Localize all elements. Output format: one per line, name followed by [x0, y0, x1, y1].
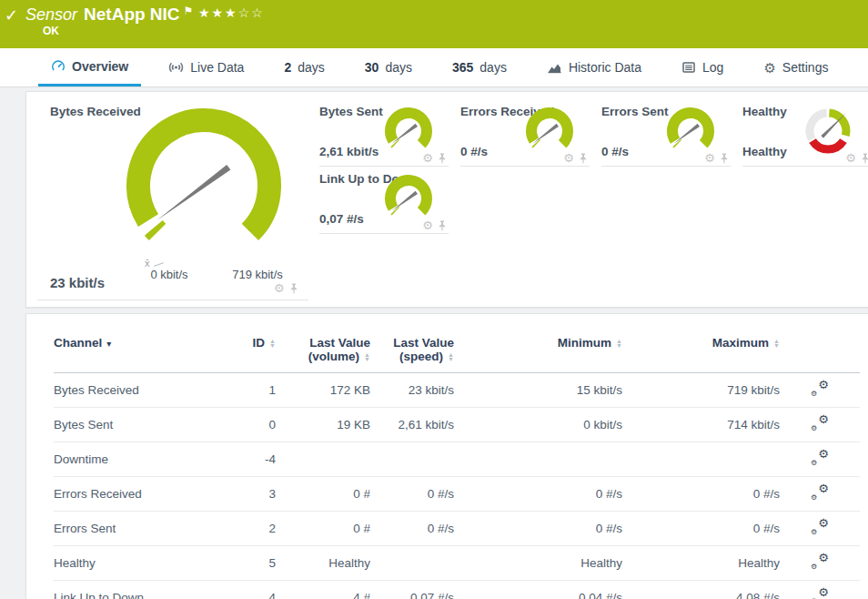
gauge-settings-icon[interactable]: ⚙	[274, 282, 285, 294]
minimum-value: 0 #/s	[454, 512, 622, 546]
pin-icon[interactable]	[861, 153, 868, 164]
column-header-minimum[interactable]: Minimum▲▼	[454, 334, 622, 373]
gauge-settings-icon[interactable]: ⚙	[704, 152, 715, 164]
column-header-id[interactable]: ID▲▼	[223, 334, 276, 373]
gauge-scale-min: 0 kbit/s	[137, 268, 201, 281]
healthy-gauge	[801, 106, 859, 157]
tab-label: Overview	[72, 59, 128, 74]
maximum-value: 4,08 #/s	[622, 581, 780, 599]
gauge-settings-icon[interactable]: ⚙	[845, 152, 856, 164]
pin-icon[interactable]	[438, 153, 447, 164]
channel-name: Bytes Received	[54, 373, 223, 408]
gauge-value: 0 #/s	[601, 145, 629, 158]
channel-settings-icon[interactable]: ⚙⚙	[811, 381, 829, 396]
sort-icon[interactable]: ▲▼	[448, 352, 454, 361]
gauge-actions: ⚙	[563, 152, 588, 164]
log-icon	[681, 60, 696, 75]
divider	[742, 166, 868, 167]
maximum-value: 719 kbit/s	[622, 373, 780, 408]
gauge-settings-icon[interactable]: ⚙	[422, 219, 433, 231]
tab-live-data[interactable]: Live Data	[156, 48, 257, 86]
settings-gear-icon: ⚙	[763, 61, 775, 75]
last-value-volume	[276, 442, 370, 477]
minimum-value: 0 kbit/s	[454, 408, 622, 442]
gauge-icon	[51, 59, 66, 74]
column-label: Minimum	[558, 336, 611, 350]
last-value-volume: 0 #	[276, 477, 370, 512]
tab-overview[interactable]: Overview	[38, 48, 141, 86]
sort-icon[interactable]: ▲▼	[269, 339, 276, 348]
divider	[37, 300, 308, 300]
channel-settings-icon[interactable]: ⚙⚙	[811, 416, 829, 431]
sort-icon[interactable]: ▲▼	[773, 339, 780, 348]
status-check-icon: ✓	[5, 5, 18, 25]
column-header-maximum[interactable]: Maximum▲▼	[622, 334, 780, 373]
pin-icon[interactable]	[720, 153, 729, 164]
table-row[interactable]: Bytes Sent 0 19 KB 2,61 kbit/s 0 kbit/s …	[54, 408, 860, 442]
table-row[interactable]: Downtime -4 ⚙⚙	[54, 442, 860, 477]
last-value-volume: 172 KB	[276, 373, 370, 408]
table-row[interactable]: Healthy 5 Healthy Healthy Healthy ⚙⚙	[54, 546, 860, 581]
sort-icon[interactable]: ▲▼	[616, 339, 622, 348]
tab-number: 2	[284, 60, 291, 75]
gauge-cell-errors-sent[interactable]: Errors Sent 0 #/s ⚙	[601, 103, 731, 167]
sensor-type-label: Sensor	[25, 5, 77, 24]
last-value-speed: 0,07 #/s	[370, 581, 454, 599]
pin-icon[interactable]	[579, 153, 588, 164]
gauge-cell-link-up-to-down[interactable]: Link Up to Down 0,07 #/s ⚙	[319, 170, 449, 234]
minimum-value	[454, 442, 622, 477]
column-label: Last Value (speed)	[393, 336, 454, 363]
tab-settings[interactable]: ⚙ Settings	[751, 48, 841, 86]
stars-filled: ★★★	[198, 5, 238, 20]
column-header-last-speed[interactable]: Last Value (speed)▲▼	[370, 334, 454, 373]
gauge-cell-bytes-sent[interactable]: Bytes Sent 2,61 kbit/s ⚙	[319, 103, 449, 167]
channel-settings-icon[interactable]: ⚙⚙	[811, 554, 829, 569]
column-header-last-volume[interactable]: Last Value (volume)▲▼	[276, 334, 370, 373]
gauge-settings-icon[interactable]: ⚙	[422, 152, 433, 164]
gauge-actions: ⚙	[274, 282, 298, 294]
gauge-value: 0 #/s	[460, 145, 488, 158]
tab-log[interactable]: Log	[669, 48, 736, 86]
gauge-cell-healthy[interactable]: Healthy Healthy ⚙	[742, 103, 868, 167]
link-up-to-down-gauge	[381, 173, 436, 224]
pin-icon[interactable]	[289, 283, 298, 294]
sort-desc-icon[interactable]: ▾	[106, 339, 111, 349]
minimum-value: 15 kbit/s	[454, 373, 622, 408]
channel-settings-icon[interactable]: ⚙⚙	[811, 485, 829, 500]
gauge-cell-errors-received[interactable]: Errors Received 0 #/s ⚙	[460, 103, 590, 167]
table-row[interactable]: Errors Sent 2 0 # 0 #/s 0 #/s 0 #/s ⚙⚙	[54, 512, 860, 546]
gauge-actions: ⚙	[845, 152, 868, 164]
gauge-settings-icon[interactable]: ⚙	[563, 152, 574, 164]
tab-365-days[interactable]: 365 days	[439, 48, 520, 86]
column-header-actions	[780, 334, 860, 373]
channels-card: Channel▾ ID▲▼ Last Value (volume)▲▼ Last…	[25, 313, 868, 599]
maximum-value: Healthy	[622, 546, 780, 581]
table-row[interactable]: Link Up to Down 4 4 # 0,07 #/s 0,04 #/s …	[54, 581, 860, 599]
column-label: Maximum	[712, 336, 769, 350]
table-row[interactable]: Bytes Received 1 172 KB 23 kbit/s 15 kbi…	[54, 373, 860, 408]
priority-stars[interactable]: ★★★☆☆	[198, 5, 265, 20]
last-value-speed: 2,61 kbit/s	[370, 408, 454, 442]
channel-settings-icon[interactable]: ⚙⚙	[811, 520, 829, 534]
channel-settings-icon[interactable]: ⚙⚙	[811, 589, 829, 599]
sort-icon[interactable]: ▲▼	[364, 352, 370, 361]
tab-historic-data[interactable]: Historic Data	[534, 48, 654, 86]
tab-number: 30	[365, 60, 379, 75]
column-header-channel[interactable]: Channel▾	[54, 334, 223, 373]
last-value-speed	[370, 442, 454, 477]
bytes-received-gauge[interactable]	[113, 95, 295, 269]
channel-settings-icon[interactable]: ⚙⚙	[811, 451, 829, 465]
pin-icon[interactable]	[438, 220, 447, 231]
tab-2-days[interactable]: 2 days	[271, 48, 337, 86]
gauge-actions: ⚙	[422, 219, 447, 231]
table-row[interactable]: Errors Received 3 0 # 0 #/s 0 #/s 0 #/s …	[54, 477, 860, 512]
tab-30-days[interactable]: 30 days	[352, 48, 425, 86]
channel-id: 3	[223, 477, 276, 512]
last-value-speed: 23 kbit/s	[370, 373, 454, 408]
sensor-page: ✓ SensorNetApp NIC⚑ ★★★☆☆ OK Overview Li…	[0, 0, 868, 599]
flag-icon[interactable]: ⚑	[184, 5, 194, 17]
tab-label: days	[298, 60, 325, 75]
channel-id: 1	[223, 373, 276, 408]
channel-id: 4	[223, 581, 276, 599]
content-area: Bytes Received x̄ 0 kbit/s 719 kbit/s 23…	[0, 87, 868, 599]
